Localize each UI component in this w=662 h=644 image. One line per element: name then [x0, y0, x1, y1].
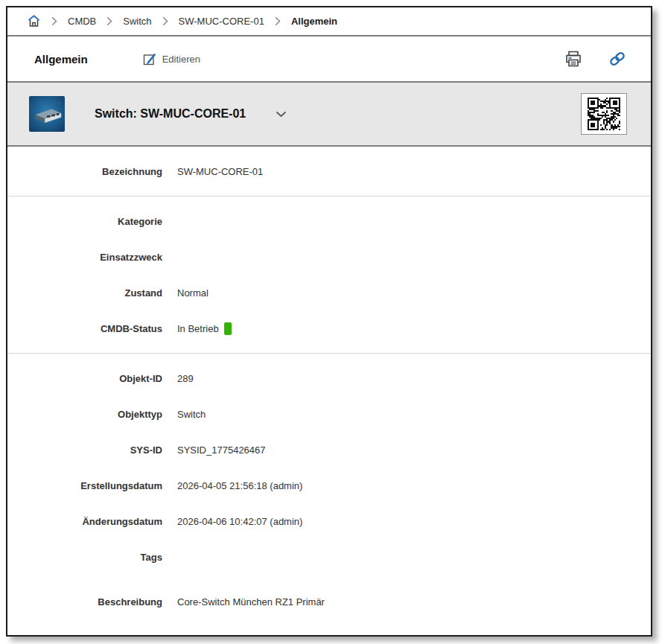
- field-value: Switch: [177, 409, 206, 420]
- field-list: BezeichnungSW-MUC-CORE-01KategorieEinsat…: [7, 147, 651, 625]
- field-value: In Betrieb: [177, 322, 232, 335]
- edit-button-label: Editieren: [162, 54, 200, 65]
- field-row: Erstellungsdatum2026-04-05 21:56:18 (adm…: [7, 468, 651, 503]
- edit-button[interactable]: Editieren: [143, 52, 200, 66]
- field-label: Erstellungsdatum: [7, 480, 162, 491]
- field-row: SYS-IDSYSID_1775426467: [7, 432, 651, 468]
- field-label: Objekt-ID: [7, 373, 162, 384]
- field-row: ZustandNormal: [7, 275, 651, 310]
- field-label: SYS-ID: [7, 444, 162, 456]
- field-value: Core-Switch München RZ1 Primär: [177, 596, 325, 608]
- field-value: 2026-04-06 10:42:07 (admin): [177, 516, 302, 527]
- field-label: Objekttyp: [7, 409, 162, 420]
- field-label: Tags: [7, 552, 162, 563]
- field-row: Kategorie: [7, 203, 651, 239]
- field-label: Zustand: [7, 287, 162, 299]
- field-section: BezeichnungSW-MUC-CORE-01: [7, 147, 651, 197]
- switch-thumbnail-image: [29, 96, 65, 132]
- qr-code: [581, 93, 627, 135]
- field-value: Normal: [177, 287, 209, 299]
- field-row: Einsatzzweck: [7, 239, 651, 275]
- field-section: KategorieEinsatzzweckZustandNormalCMDB-S…: [7, 197, 651, 354]
- chevron-right-icon: [106, 16, 112, 26]
- field-row: Tags: [7, 539, 651, 575]
- field-label: Änderungsdatum: [7, 516, 162, 527]
- breadcrumb-item-switch[interactable]: Switch: [123, 16, 151, 27]
- breadcrumb-item-allgemein[interactable]: Allgemein: [291, 16, 337, 27]
- object-title: Switch: SW-MUC-CORE-01: [95, 107, 246, 121]
- field-label: Beschreibung: [7, 596, 162, 608]
- field-row: BezeichnungSW-MUC-CORE-01: [7, 153, 651, 189]
- home-icon[interactable]: [27, 14, 41, 28]
- field-row: Objekt-ID289: [7, 360, 651, 396]
- field-label: Einsatzzweck: [7, 252, 162, 263]
- field-row: CMDB-StatusIn Betrieb: [7, 310, 651, 346]
- status-badge: [224, 322, 232, 335]
- field-value: SW-MUC-CORE-01: [177, 166, 263, 177]
- field-label: Kategorie: [7, 216, 162, 227]
- field-row: Änderungsdatum2026-04-06 10:42:07 (admin…: [7, 503, 651, 539]
- breadcrumb-item-sw-muc-core-01[interactable]: SW-MUC-CORE-01: [179, 16, 264, 27]
- breadcrumb-item-cmdb[interactable]: CMDB: [68, 16, 96, 27]
- field-label: Bezeichnung: [7, 166, 162, 177]
- permalink-button[interactable]: [605, 46, 630, 71]
- breadcrumb: CMDBSwitchSW-MUC-CORE-01Allgemein: [7, 7, 651, 36]
- object-header: Switch: SW-MUC-CORE-01: [7, 83, 651, 147]
- field-row: ObjekttypSwitch: [7, 396, 651, 432]
- category-toolbar: Allgemein Editieren: [7, 36, 651, 83]
- chevron-right-icon: [51, 16, 57, 26]
- page-title: Allgemein: [34, 53, 88, 66]
- field-value: 289: [177, 373, 194, 384]
- chevron-right-icon: [275, 16, 281, 26]
- chevron-right-icon: [162, 16, 168, 26]
- field-row: BeschreibungCore-Switch München RZ1 Prim…: [7, 575, 651, 618]
- print-button[interactable]: [561, 47, 585, 71]
- link-icon: [608, 49, 627, 68]
- print-icon: [564, 50, 582, 68]
- chevron-down-icon[interactable]: [273, 108, 290, 121]
- field-label: CMDB-Status: [7, 323, 162, 334]
- edit-icon: [143, 52, 157, 66]
- field-section: Objekt-ID289ObjekttypSwitchSYS-IDSYSID_1…: [7, 354, 651, 625]
- field-value: SYSID_1775426467: [177, 444, 266, 456]
- field-value: 2026-04-05 21:56:18 (admin): [177, 480, 302, 491]
- app-window: CMDBSwitchSW-MUC-CORE-01Allgemein Allgem…: [6, 6, 652, 637]
